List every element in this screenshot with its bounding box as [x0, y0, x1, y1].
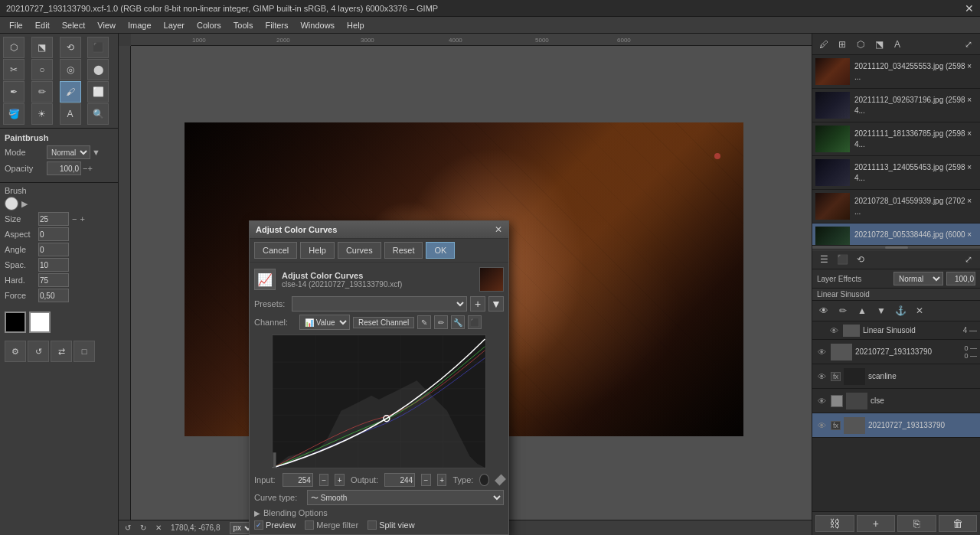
layer-delete-final-btn[interactable]: 🗑	[939, 515, 978, 532]
tool-ellipse[interactable]: ○	[31, 59, 53, 80]
layer-fx-2[interactable]: fx	[831, 372, 841, 381]
menu-layer[interactable]: Layer	[158, 19, 191, 31]
image-item-3[interactable]: 20211111_181336785.jpg (2598 × 4...	[812, 122, 980, 156]
layer-fx-4[interactable]: fx	[831, 421, 841, 430]
layer-item-4[interactable]: 👁 fx 20210727_193133790	[812, 413, 980, 438]
layer-panel-expand[interactable]: ⤢	[960, 251, 977, 268]
image-item-4[interactable]: 20211113_124055453.jpg (2598 × 4...	[812, 156, 980, 190]
size-plus[interactable]: +	[80, 214, 84, 223]
ok-button[interactable]: OK	[426, 242, 455, 259]
layer-chain-toggle[interactable]: ✏	[835, 302, 851, 319]
dialog-close-btn[interactable]: ✕	[495, 224, 502, 235]
tool-rotate[interactable]: ⟲	[60, 37, 81, 58]
tool-by-color[interactable]: ⬤	[87, 59, 109, 80]
spacing-input[interactable]	[38, 258, 69, 272]
menu-colors[interactable]: Colors	[191, 19, 227, 31]
preview-checkbox[interactable]: ✓	[254, 520, 263, 530]
tool-zoom[interactable]: 🔍	[87, 103, 109, 125]
layer-vis-toggle[interactable]: 👁	[815, 302, 832, 319]
presets-select[interactable]	[292, 296, 467, 312]
channel-picker-btn[interactable]: 🔧	[451, 315, 465, 329]
size-input[interactable]	[38, 212, 69, 226]
menu-image[interactable]: Image	[122, 19, 158, 31]
opacity-plus[interactable]: +	[87, 164, 92, 173]
layer-opacity-input[interactable]	[946, 272, 975, 285]
menu-edit[interactable]: Edit	[29, 19, 56, 31]
panel-tool-3[interactable]: ⬡	[852, 36, 869, 53]
layer-vis-3[interactable]: 👁	[815, 395, 828, 407]
layer-vis-4[interactable]: 👁	[815, 419, 828, 432]
mode-select[interactable]: Normal	[47, 145, 90, 159]
cancel-button[interactable]: Cancel	[254, 242, 297, 259]
tool-reset[interactable]: ↺	[28, 341, 49, 362]
foreground-color[interactable]	[5, 312, 26, 333]
layer-item-2[interactable]: 👁 fx scanline	[812, 364, 980, 389]
layer-panel-btn-3[interactable]: ⟲	[852, 251, 869, 268]
tool-swap[interactable]: ⇄	[51, 341, 72, 362]
type-black-btn[interactable]	[479, 474, 489, 486]
layer-anchor-btn[interactable]: ⚓	[892, 302, 909, 319]
merge-check[interactable]: Merge filter	[305, 520, 358, 530]
channel-draw-btn[interactable]: ✏	[434, 315, 448, 329]
close-button[interactable]: ✕	[965, 2, 974, 15]
image-item-5[interactable]: 20210728_014559939.jpg (2702 × ...	[812, 190, 980, 223]
mode-extra-btn[interactable]: ▼	[92, 148, 100, 157]
output-plus[interactable]: +	[437, 474, 447, 486]
curve-type-select[interactable]: 〜 Smooth	[307, 490, 504, 505]
brush-icon-btn[interactable]: ▶	[21, 199, 28, 209]
tool-fuzzy[interactable]: ◎	[60, 59, 81, 80]
tool-paintbrush[interactable]: 🖌	[60, 81, 81, 103]
input-value[interactable]	[283, 473, 313, 487]
tool-rect-select[interactable]: ⬔	[31, 37, 53, 58]
layer-delete-btn[interactable]: ✕	[911, 302, 928, 319]
help-button[interactable]: Help	[300, 242, 335, 259]
layer-effect-vis[interactable]: 👁	[828, 325, 840, 337]
opacity-input[interactable]	[47, 161, 81, 175]
panel-tool-4[interactable]: ⬔	[871, 36, 887, 53]
split-checkbox[interactable]	[368, 520, 377, 530]
panel-tool-2[interactable]: ⊞	[834, 36, 851, 53]
tool-pencil[interactable]: ✏	[31, 81, 53, 103]
channel-edit-btn[interactable]: ✎	[417, 315, 431, 329]
blending-row[interactable]: ▶ Blending Options	[254, 508, 504, 517]
tool-bucket[interactable]: 🪣	[3, 103, 24, 125]
brush-preview[interactable]	[5, 197, 18, 210]
hardness-input[interactable]	[38, 273, 69, 287]
panel-tool-5[interactable]: A	[889, 36, 906, 53]
layer-panel-btn-1[interactable]: ☰	[815, 251, 832, 268]
layer-item-3[interactable]: 👁 clse	[812, 389, 980, 413]
split-check[interactable]: Split view	[368, 520, 414, 530]
type-diamond-btn[interactable]	[495, 475, 506, 486]
menu-file[interactable]: File	[3, 19, 29, 31]
image-item-2[interactable]: 20211112_092637196.jpg (2598 × 4...	[812, 89, 980, 122]
tool-free-select[interactable]: ⬡	[3, 37, 24, 58]
layer-down-btn[interactable]: ▼	[873, 302, 890, 319]
layer-vis-2[interactable]: 👁	[815, 370, 828, 383]
menu-tools[interactable]: Tools	[227, 19, 260, 31]
layer-duplicate-btn[interactable]: ⎘	[897, 515, 936, 532]
tool-text[interactable]: A	[60, 103, 81, 125]
tool-eraser[interactable]: ⬜	[87, 81, 109, 103]
presets-menu-btn[interactable]: ▼	[488, 296, 504, 312]
input-plus[interactable]: +	[335, 474, 345, 486]
merge-checkbox[interactable]	[305, 520, 314, 530]
layer-new-btn[interactable]: +	[857, 515, 896, 532]
panel-expand-btn[interactable]: ⤢	[960, 36, 977, 53]
menu-help[interactable]: Help	[341, 19, 371, 31]
tool-rect[interactable]: ⬛	[87, 37, 109, 58]
layer-up-btn[interactable]: ▲	[854, 302, 871, 319]
layer-effects-item[interactable]: 👁 Linear Sinusoid 4 —	[812, 321, 980, 340]
layer-item-1[interactable]: 👁 20210727_193133790 0 — 0 —	[812, 340, 980, 364]
tool-scissors[interactable]: ✂	[3, 59, 24, 80]
redo-btn[interactable]: ↻	[140, 524, 146, 532]
tool-new-layer[interactable]: □	[74, 341, 95, 362]
curves-button[interactable]: Curves	[338, 242, 381, 259]
channel-select[interactable]: 📊 Value	[299, 315, 350, 330]
output-value[interactable]	[384, 473, 415, 487]
layer-vis-1[interactable]: 👁	[815, 346, 828, 358]
menu-view[interactable]: View	[91, 19, 122, 31]
menu-filters[interactable]: Filters	[260, 19, 295, 31]
undo-btn[interactable]: ↺	[125, 524, 131, 532]
aspect-input[interactable]	[38, 227, 69, 241]
layer-panel-btn-2[interactable]: ⬛	[834, 251, 851, 268]
